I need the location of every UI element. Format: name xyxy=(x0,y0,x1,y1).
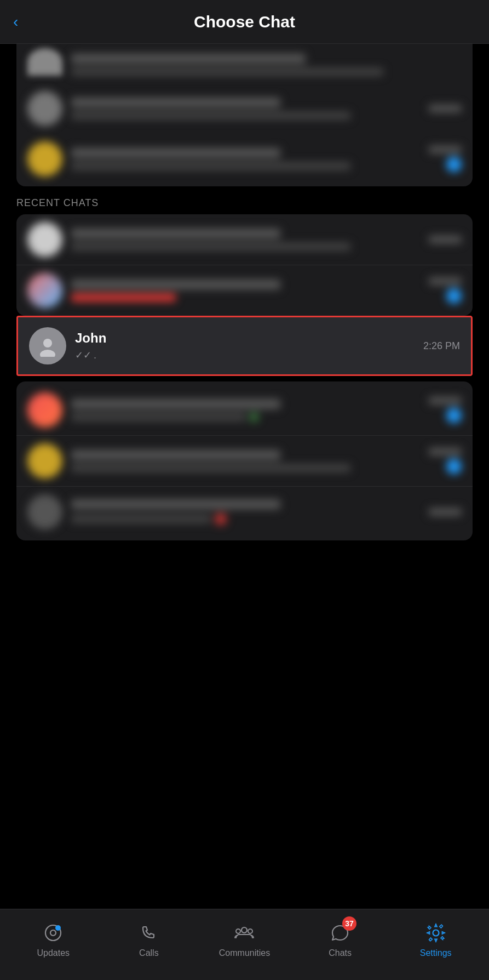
section-label-recent: RECENT CHATS xyxy=(0,186,489,214)
list-item[interactable] xyxy=(16,265,473,316)
list-item[interactable] xyxy=(16,134,473,184)
svg-point-5 xyxy=(241,927,247,933)
svg-point-0 xyxy=(43,339,52,347)
tab-communities[interactable]: Communities xyxy=(197,921,292,958)
list-item[interactable] xyxy=(16,487,473,537)
page-title: Choose Chat xyxy=(194,13,295,31)
top-blurred-section xyxy=(16,44,473,186)
read-receipts: ✓✓ xyxy=(75,349,91,361)
avatar xyxy=(29,327,66,364)
list-item[interactable] xyxy=(16,436,473,487)
calls-icon xyxy=(137,921,161,945)
chat-name: John xyxy=(75,331,415,346)
chat-meta: 2:26 PM xyxy=(423,340,460,352)
chat-row-john[interactable]: John ✓✓ . 2:26 PM xyxy=(16,316,473,376)
tab-calls-label: Calls xyxy=(139,948,159,958)
tab-settings-label: Settings xyxy=(420,948,452,958)
chat-info: John ✓✓ . xyxy=(75,331,415,361)
lower-chats-section xyxy=(16,381,473,540)
tab-calls[interactable]: Calls xyxy=(101,921,197,958)
tab-updates-label: Updates xyxy=(37,948,70,958)
list-item[interactable] xyxy=(16,83,473,134)
back-button[interactable]: ‹ xyxy=(13,13,18,31)
communities-icon xyxy=(232,921,256,945)
svg-point-7 xyxy=(248,929,252,933)
tab-chats-label: Chats xyxy=(329,948,352,958)
recent-chats-section xyxy=(16,214,473,316)
preview-dot: . xyxy=(94,350,96,361)
list-item[interactable] xyxy=(16,385,473,436)
svg-point-1 xyxy=(40,350,55,357)
content-area: RECENT CHATS xyxy=(0,44,489,909)
chat-time: 2:26 PM xyxy=(423,340,460,352)
tab-settings[interactable]: Settings xyxy=(388,921,484,958)
tab-communities-label: Communities xyxy=(219,948,270,958)
chats-badge: 37 xyxy=(342,916,356,931)
svg-point-8 xyxy=(433,930,439,936)
settings-icon xyxy=(424,921,448,945)
tab-bar: Updates Calls Communities xyxy=(0,909,489,980)
tab-chats[interactable]: 37 Chats xyxy=(292,921,388,958)
svg-point-3 xyxy=(50,930,56,936)
tab-updates[interactable]: Updates xyxy=(5,921,101,958)
list-item[interactable] xyxy=(16,46,473,83)
chats-icon: 37 xyxy=(328,921,352,945)
updates-icon xyxy=(41,921,65,945)
header: ‹ Choose Chat xyxy=(0,0,489,44)
svg-point-6 xyxy=(236,929,240,933)
svg-point-4 xyxy=(55,925,61,931)
list-item[interactable] xyxy=(16,214,473,265)
chat-preview: ✓✓ . xyxy=(75,349,415,361)
